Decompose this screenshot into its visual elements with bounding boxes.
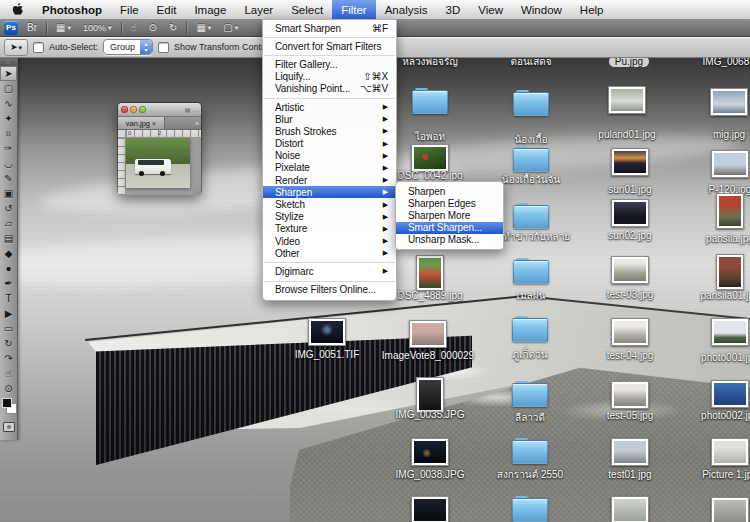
menubar-item-3d[interactable]: 3D: [437, 0, 470, 19]
filter-menu-item-sketch[interactable]: Sketch▶: [263, 198, 396, 210]
view-extras-button[interactable]: ▦ ▾: [53, 22, 74, 34]
close-window-button[interactable]: [121, 106, 128, 113]
file-thumbnail-img-0051-tif[interactable]: [307, 318, 347, 346]
folder-icon-item[interactable]: [511, 146, 551, 173]
filter-menu-item-pixelate[interactable]: Pixelate▶: [263, 162, 396, 174]
rotate-view-tool[interactable]: ↻: [0, 336, 17, 351]
file-thumbnail-test-03-jpg[interactable]: [610, 256, 650, 284]
clone-stamp-tool[interactable]: ▣: [0, 186, 17, 201]
filter-menu-item-video[interactable]: Video▶: [263, 235, 396, 247]
color-swatches[interactable]: [0, 396, 17, 420]
type-tool[interactable]: T: [0, 291, 17, 306]
desktop-icon-label-pansila-jpg[interactable]: pansila.jpg: [670, 233, 750, 244]
desktop-icon-label-picture-1-jpg[interactable]: Picture 1.jpg: [670, 469, 750, 480]
window-titlebar[interactable]: ▤ …: [118, 103, 201, 116]
quick-mask-button[interactable]: [0, 420, 17, 434]
file-thumbnail-dsc-0042-jpg[interactable]: [410, 144, 450, 172]
file-thumbnail-test-04-jpg[interactable]: [610, 318, 650, 346]
tab-close-icon[interactable]: ×: [152, 120, 156, 127]
move-tool[interactable]: ➤: [0, 66, 17, 81]
menubar-item-view[interactable]: View: [469, 0, 512, 19]
marquee-tool[interactable]: ▢: [0, 81, 17, 96]
filter-menu-item-convert-for-smart-filters[interactable]: Convert for Smart Filters: [263, 40, 396, 52]
brush-tool[interactable]: ✎: [0, 171, 17, 186]
desktop-icon-label-pu-jpg[interactable]: Pu.jpg: [569, 58, 689, 67]
apple-menu-icon[interactable]: [0, 3, 33, 16]
hand-tool[interactable]: ☝: [0, 366, 17, 381]
desktop-icon-label-img-0068-jpg[interactable]: IMG_0068.JPG: [677, 58, 750, 67]
file-thumbnail-img-0035-jpg[interactable]: [410, 377, 450, 413]
orbit-3d-tool[interactable]: ↷: [0, 351, 17, 366]
palette-header[interactable]: ∷: [0, 58, 17, 66]
document-canvas[interactable]: [126, 138, 201, 195]
menubar-item-window[interactable]: Window: [512, 0, 571, 19]
hand-tool-button[interactable]: ☝: [128, 22, 140, 34]
file-thumbnail-puland01-jpg[interactable]: [607, 86, 647, 114]
filter-menu-item-render[interactable]: Render▶: [263, 174, 396, 186]
eyedropper-tool[interactable]: ✑: [0, 141, 17, 156]
file-thumbnail-mig-jpg[interactable]: [709, 88, 749, 116]
folder-icon-item[interactable]: [410, 88, 450, 115]
screen-mode-button[interactable]: ▢ ▾: [220, 22, 241, 34]
desktop-icon-label-pansila01-jpg[interactable]: pansila01.jpg: [670, 290, 750, 301]
pen-tool[interactable]: ✒: [0, 276, 17, 291]
quick-selection-tool[interactable]: ✦: [0, 111, 17, 126]
resize-grip[interactable]: [192, 186, 201, 195]
arrange-documents-button[interactable]: ▦ ▾: [193, 22, 214, 34]
folder-icon-2550[interactable]: [510, 438, 550, 465]
filter-menu-item-liquify[interactable]: Liquify...⇧⌘X: [263, 71, 396, 83]
filter-menu-item-digimarc[interactable]: Digimarc▶: [263, 265, 396, 277]
file-thumbnail-item[interactable]: [710, 497, 750, 522]
menubar-item-select[interactable]: Select: [282, 0, 332, 19]
menubar-item-photoshop[interactable]: Photoshop: [33, 0, 111, 19]
blur-tool[interactable]: ◆: [0, 246, 17, 261]
minimize-window-button[interactable]: [130, 106, 137, 113]
file-thumbnail-imagevote8-000029[interactable]: [408, 320, 448, 348]
zoom-tool[interactable]: ⊙: [0, 381, 17, 396]
zoom-tool-button[interactable]: ⊙: [146, 22, 160, 34]
file-thumbnail-item[interactable]: [610, 496, 650, 522]
file-thumbnail-sun01-jpg[interactable]: [610, 148, 650, 176]
file-thumbnail-test-05-jpg[interactable]: [610, 381, 650, 409]
document-window[interactable]: ▤ … van.jpg × » 0 2: [118, 103, 201, 193]
sharpen-submenu-item-sharpen-edges[interactable]: Sharpen Edges: [396, 197, 503, 209]
filter-menu-item-vanishing-point[interactable]: Vanishing Point...⌥⌘V: [263, 83, 396, 95]
auto-select-checkbox[interactable]: [33, 42, 44, 53]
spot-healing-brush-tool[interactable]: ◡: [0, 156, 17, 171]
filter-menu-item-brush-strokes[interactable]: Brush Strokes▶: [263, 125, 396, 137]
auto-select-group-dropdown[interactable]: Group ▴▾: [103, 39, 153, 55]
crop-tool[interactable]: ⌗: [0, 126, 17, 141]
folder-icon-item[interactable]: [510, 381, 550, 408]
menubar-item-file[interactable]: File: [111, 0, 148, 19]
filter-menu-item-filter-gallery[interactable]: Filter Gallery...: [263, 58, 396, 70]
folder-icon-item[interactable]: [511, 203, 551, 230]
file-thumbnail-photo002-jpg[interactable]: [710, 380, 750, 408]
gradient-tool[interactable]: ▤: [0, 231, 17, 246]
filter-menu-item-artistic[interactable]: Artistic▶: [263, 101, 396, 113]
folder-icon-item[interactable]: [510, 496, 550, 522]
filter-menu-item-smart-sharpen[interactable]: Smart Sharpen⌘F: [263, 22, 396, 34]
file-thumbnail-test01-jpg[interactable]: [610, 438, 650, 466]
sharpen-submenu-item-sharpen[interactable]: Sharpen: [396, 185, 503, 197]
filter-menu-item-blur[interactable]: Blur▶: [263, 113, 396, 125]
filter-menu-item-noise[interactable]: Noise▶: [263, 150, 396, 162]
menubar-item-analysis[interactable]: Analysis: [376, 0, 437, 19]
desktop-icon-label-mig-jpg[interactable]: mig.jpg: [669, 129, 750, 140]
shape-tool[interactable]: ▭: [0, 321, 17, 336]
sharpen-submenu-item-smart-sharpen[interactable]: Smart Sharpen...: [396, 222, 503, 234]
filter-menu-item-browse-filters-online[interactable]: Browse Filters Online...: [263, 284, 396, 296]
filter-menu-item-texture[interactable]: Texture▶: [263, 223, 396, 235]
tab-van-jpg[interactable]: van.jpg ×: [118, 117, 165, 129]
rotate-view-button[interactable]: ↻: [166, 22, 180, 34]
filter-menu-item-distort[interactable]: Distort▶: [263, 138, 396, 150]
eraser-tool[interactable]: ▱: [0, 216, 17, 231]
file-thumbnail-sun02-jpg[interactable]: [610, 199, 650, 227]
desktop-icon-label-photo002-jpg[interactable]: photo002.jpg: [670, 410, 750, 421]
folder-icon-item[interactable]: [511, 258, 551, 285]
file-thumbnail-pansila01-jpg[interactable]: [710, 254, 750, 290]
filter-menu-item-other[interactable]: Other▶: [263, 247, 396, 259]
file-thumbnail-pansila-jpg[interactable]: [710, 193, 750, 229]
dodge-tool[interactable]: ●: [0, 261, 17, 276]
sharpen-submenu-item-sharpen-more[interactable]: Sharpen More: [396, 209, 503, 221]
tab-overflow-icon[interactable]: »: [193, 117, 201, 129]
